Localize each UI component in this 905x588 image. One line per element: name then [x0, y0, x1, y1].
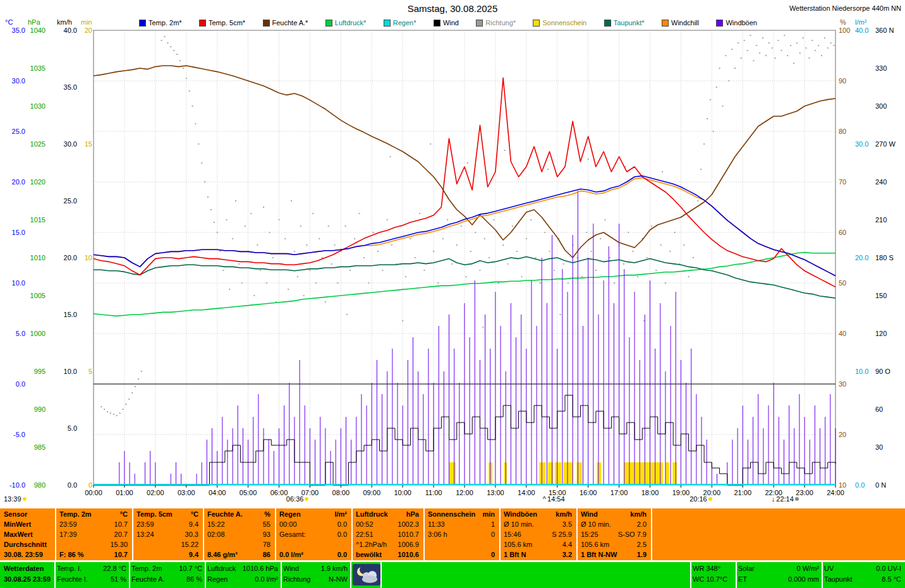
series-richtung: [176, 54, 178, 55]
summary-cell-value: 9.4: [133, 520, 198, 529]
series-richtung: [693, 257, 694, 258]
sun-event-label: ^14:54: [543, 495, 565, 503]
series-richtung: [728, 80, 729, 81]
series-richtung: [660, 244, 662, 246]
series-richtung: [410, 238, 411, 239]
event-time: 06:36: [286, 495, 304, 503]
summary-cell-value: S-SO 7.9: [577, 531, 647, 539]
series-richtung: [346, 314, 348, 315]
humidity-tick-label: 10: [839, 482, 854, 489]
humidity-tick-label: 70: [839, 179, 854, 186]
series-sonnenschein: [672, 462, 677, 484]
summary-col-unit: km/h: [577, 510, 647, 519]
series-richtung: [756, 45, 757, 46]
event-time: 20:16: [689, 495, 707, 503]
series-richtung: [669, 251, 671, 252]
series-richtung: [456, 244, 458, 246]
summary-cell-value: 10.7: [56, 520, 128, 529]
series-richtung: [183, 68, 184, 69]
time-axis-label: 00:00: [81, 489, 106, 496]
series-richtung: [521, 276, 522, 277]
summary-cell-value: 0.0: [276, 531, 347, 539]
summary-cell-value: S 25.9: [500, 531, 572, 539]
series-richtung: [674, 232, 676, 233]
pressure-tick-label: 1000: [27, 330, 46, 337]
pressure-tick-label: 1025: [27, 141, 46, 148]
pressure-tick-label: 1030: [27, 103, 46, 110]
series-richtung: [731, 49, 732, 50]
humidity-tick-label: 90: [839, 78, 854, 85]
temp-tick-label: 5.0: [3, 330, 25, 337]
series-richtung: [303, 295, 305, 296]
direction-tick-label: 300: [875, 103, 904, 110]
series-richtung: [609, 257, 610, 258]
series-richtung: [122, 409, 123, 410]
series-richtung: [793, 63, 794, 64]
series-richtung: [263, 207, 264, 208]
sun-event-label: 20:16: [689, 495, 712, 503]
series-richtung: [437, 282, 439, 284]
series-richtung: [512, 225, 513, 227]
series-richtung: [269, 232, 270, 233]
series-richtung: [107, 411, 108, 412]
series-richtung: [588, 159, 589, 160]
series-richtung: [284, 238, 286, 239]
series-richtung: [568, 282, 569, 284]
series-richtung: [722, 105, 723, 107]
status-cell-value: 0 W/m²: [738, 565, 819, 573]
series-richtung: [803, 37, 804, 39]
series-richtung: [759, 52, 760, 54]
time-axis-label: 18:00: [638, 489, 663, 496]
series-richtung: [710, 99, 711, 100]
series-richtung: [238, 263, 240, 265]
summary-cell-value: 20.7: [56, 531, 128, 539]
series-richtung: [195, 123, 196, 124]
series-richtung: [516, 251, 518, 252]
series-sonnenschein: [539, 462, 545, 484]
series-richtung: [595, 270, 597, 271]
series-richtung: [430, 143, 431, 145]
series-richtung: [560, 314, 561, 315]
series-richtung: [170, 46, 171, 47]
series-richtung: [300, 225, 301, 227]
series-richtung: [697, 200, 698, 201]
time-axis-label: 10:00: [390, 489, 415, 496]
humidity-tick-label: 50: [839, 280, 854, 287]
series-richtung: [402, 320, 403, 321]
series-richtung: [100, 406, 102, 407]
series-richtung: [600, 238, 601, 239]
series-richtung: [806, 47, 807, 49]
pressure-tick-label: 1020: [27, 179, 46, 186]
summary-cell-value: 15.22: [133, 541, 198, 549]
series-richtung: [655, 270, 657, 271]
wind-tick-label: 35.0: [54, 84, 77, 91]
time-axis-label: 09:00: [359, 489, 384, 496]
temp-tick-label: -10.0: [3, 482, 25, 489]
temp-tick-label: 15.0: [3, 229, 25, 236]
series-richtung: [325, 301, 326, 303]
time-axis-label: 24:00: [823, 489, 848, 496]
series-richtung: [141, 371, 142, 372]
series-richtung: [665, 282, 666, 284]
rain-tick-label: 0.0: [855, 482, 874, 489]
summary-cell-value: 1: [424, 520, 495, 529]
series-richtung: [387, 219, 388, 220]
series-richtung: [796, 42, 798, 44]
summary-cell-value: 55: [203, 520, 270, 529]
series-richtung: [507, 263, 508, 265]
summary-row-label: Durchschnitt: [4, 541, 47, 549]
series-richtung: [784, 35, 785, 36]
event-time: 14:54: [547, 495, 565, 503]
status-separator: [822, 562, 823, 588]
series-richtung: [762, 37, 763, 39]
sun-dot-icon: [305, 497, 308, 501]
status-cell-value: N-NW: [283, 575, 348, 584]
series-richtung: [312, 213, 313, 214]
sun-tick-label: 0: [80, 482, 92, 489]
series-richtung: [725, 55, 726, 56]
sun-tick-label: 5: [80, 368, 92, 375]
series-richtung: [241, 282, 243, 284]
summary-col-unit: km/h: [500, 510, 572, 519]
series-richtung: [291, 200, 292, 201]
sun-dot-icon: [23, 497, 27, 501]
